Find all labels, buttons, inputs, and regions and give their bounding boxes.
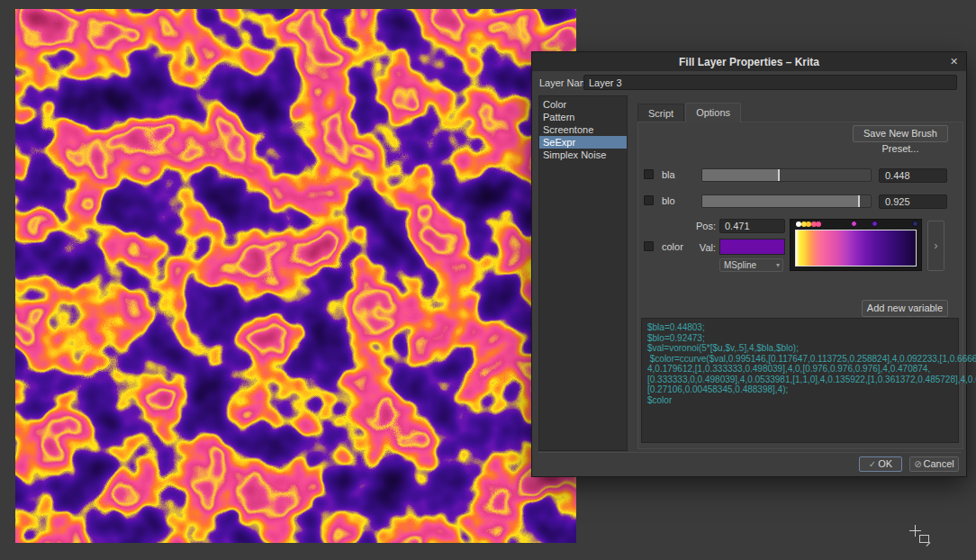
blo-slider-handle[interactable] <box>858 195 860 207</box>
gradient-markers <box>795 221 917 229</box>
save-new-brush-preset-button[interactable]: Save New Brush Preset... <box>853 125 948 142</box>
bla-slider-handle[interactable] <box>778 169 780 181</box>
transform-cursor-icon <box>919 535 929 543</box>
blo-checkbox[interactable] <box>644 195 654 205</box>
seexpr-script-output[interactable]: $bla=0.44803; $blo=0.92473; $val=voronoi… <box>641 318 959 443</box>
interpolation-combo[interactable]: MSpline ▾ <box>719 258 783 272</box>
krita-window: Fill Layer Properties – Krita ✕ Layer Na… <box>0 0 976 560</box>
ok-button-label: OK <box>878 458 892 469</box>
bla-label: bla <box>662 169 675 180</box>
val-label: Val: <box>685 242 716 253</box>
val-color-swatch[interactable] <box>719 239 785 255</box>
gradient-stop-marker[interactable] <box>912 221 918 227</box>
tab-options[interactable]: Options <box>685 103 741 122</box>
options-tab-panel: Save New Brush Preset... bla 0.448 blo 0… <box>637 122 963 449</box>
check-icon: ✓ <box>869 459 876 469</box>
tab-script[interactable]: Script <box>637 104 684 122</box>
gradient-editor[interactable] <box>790 219 922 271</box>
generator-item-screentone[interactable]: Screentone <box>539 123 627 136</box>
generator-item-color[interactable]: Color <box>539 98 627 111</box>
gradient-stop-marker[interactable] <box>816 221 821 227</box>
script-line: $color <box>647 395 953 406</box>
script-line: $val=voronoi(5*[$u,$v,.5],4,$bla,$blo); <box>647 343 953 354</box>
gradient-stop-marker[interactable] <box>872 221 878 227</box>
fill-layer-properties-dialog: Fill Layer Properties – Krita ✕ Layer Na… <box>531 51 967 477</box>
chevron-down-icon: ▾ <box>776 259 780 271</box>
seexpr-noise-render <box>15 9 576 543</box>
generator-item-simplex-noise[interactable]: Simplex Noise <box>539 149 627 161</box>
script-line: $blo=0.92473; <box>647 333 953 344</box>
color-label: color <box>662 241 683 252</box>
blo-value-spinbox[interactable]: 0.925 <box>879 194 947 209</box>
generator-item-pattern[interactable]: Pattern <box>539 111 627 123</box>
cancel-button-label: Cancel <box>924 458 954 469</box>
pos-label: Pos: <box>685 221 716 231</box>
dialog-titlebar[interactable]: Fill Layer Properties – Krita ✕ <box>532 52 966 71</box>
script-line: $bla=0.44803; <box>647 322 953 333</box>
script-line: $color=ccurve($val,0.995146,[0.117647,0.… <box>647 354 953 365</box>
ok-button[interactable]: ✓OK <box>859 456 902 472</box>
script-line: [0.27106,0.00458345,0.488398],4); <box>647 384 953 395</box>
bla-slider[interactable] <box>701 168 872 182</box>
bla-value-spinbox[interactable]: 0.448 <box>879 168 947 183</box>
cancel-icon: ⊘ <box>914 459 921 469</box>
script-line: [0.333333,0,0.498039],4,0.0533981,[1,1,0… <box>647 375 953 385</box>
seexpr-tabbar: Script Options <box>637 103 742 122</box>
layer-name-input[interactable] <box>583 75 957 90</box>
canvas-image[interactable] <box>15 9 576 543</box>
script-line: 4,0.179612,[1,0.333333,0.498039],4,0,[0.… <box>647 364 953 375</box>
blo-slider-fill <box>702 195 858 207</box>
bla-slider-fill <box>702 169 778 181</box>
gradient-next-button[interactable]: › <box>927 221 944 271</box>
add-new-variable-button[interactable]: Add new variable <box>862 300 948 317</box>
pos-field[interactable]: 0.471 <box>719 219 785 233</box>
dialog-title: Fill Layer Properties – Krita <box>679 56 819 68</box>
cancel-button[interactable]: ⊘Cancel <box>909 456 959 472</box>
color-checkbox[interactable] <box>644 241 654 251</box>
close-icon[interactable]: ✕ <box>947 55 961 68</box>
blo-slider[interactable] <box>701 194 872 208</box>
bla-checkbox[interactable] <box>644 169 654 179</box>
generator-item-seexpr[interactable]: SeExpr <box>539 136 627 149</box>
blo-label: blo <box>662 195 675 206</box>
generator-list: Color Pattern Screentone SeExpr Simplex … <box>538 95 628 451</box>
gradient-stop-marker[interactable] <box>851 221 857 227</box>
interpolation-combo-value: MSpline <box>724 260 756 270</box>
button-box-separator <box>538 452 962 453</box>
gradient-bar[interactable] <box>795 230 917 266</box>
